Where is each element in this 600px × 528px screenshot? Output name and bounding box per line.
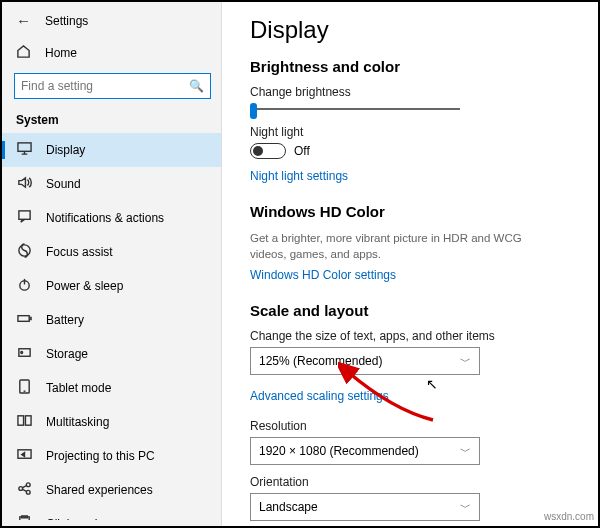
sidebar-item-label: Notifications & actions <box>46 211 164 225</box>
section-header: System <box>2 109 221 133</box>
svg-rect-0 <box>17 143 30 151</box>
svg-rect-8 <box>17 416 23 425</box>
advanced-scaling-link[interactable]: Advanced scaling settings <box>250 389 389 403</box>
sound-icon <box>16 175 32 193</box>
svg-point-11 <box>18 487 22 491</box>
resolution-dropdown-value: 1920 × 1080 (Recommended) <box>259 444 419 458</box>
home-label: Home <box>45 46 77 60</box>
sidebar-item-power-sleep[interactable]: Power & sleep <box>2 269 221 303</box>
scale-dropdown[interactable]: 125% (Recommended) ﹀ <box>250 347 480 375</box>
sidebar-item-tablet-mode[interactable]: Tablet mode <box>2 371 221 405</box>
orientation-label: Orientation <box>250 475 576 489</box>
sidebar-item-display[interactable]: Display <box>2 133 221 167</box>
resolution-dropdown[interactable]: 1920 × 1080 (Recommended) ﹀ <box>250 437 480 465</box>
sidebar: ← Settings Home 🔍 System DisplaySoundNot… <box>2 2 222 526</box>
svg-rect-9 <box>25 416 31 425</box>
nightlight-toggle[interactable] <box>250 143 286 159</box>
tablet-icon <box>16 379 32 397</box>
display-icon <box>16 141 32 159</box>
page-title: Display <box>250 16 576 44</box>
clipboard-icon <box>16 515 32 520</box>
chevron-down-icon: ﹀ <box>460 444 471 459</box>
sidebar-item-storage[interactable]: Storage <box>2 337 221 371</box>
chevron-down-icon: ﹀ <box>460 500 471 515</box>
brightness-slider[interactable] <box>250 103 460 115</box>
nightlight-label: Night light <box>250 125 576 139</box>
sidebar-item-notifications-actions[interactable]: Notifications & actions <box>2 201 221 235</box>
storage-icon <box>16 345 32 363</box>
sidebar-item-battery[interactable]: Battery <box>2 303 221 337</box>
sidebar-item-clipboard[interactable]: Clipboard <box>2 507 221 520</box>
notifications-icon <box>16 209 32 227</box>
hdcolor-heading: Windows HD Color <box>250 203 576 220</box>
brightness-heading: Brightness and color <box>250 58 576 75</box>
cursor-icon: ↖ <box>426 376 438 392</box>
sidebar-item-label: Display <box>46 143 85 157</box>
sidebar-item-multitasking[interactable]: Multitasking <box>2 405 221 439</box>
chevron-down-icon: ﹀ <box>460 354 471 369</box>
sidebar-item-label: Projecting to this PC <box>46 449 155 463</box>
svg-point-13 <box>26 490 30 494</box>
sidebar-item-label: Clipboard <box>46 517 97 520</box>
nightlight-settings-link[interactable]: Night light settings <box>250 169 348 183</box>
app-title: Settings <box>45 14 88 28</box>
sidebar-item-label: Shared experiences <box>46 483 153 497</box>
watermark: wsxdn.com <box>544 511 594 522</box>
svg-rect-4 <box>17 316 28 322</box>
sidebar-item-label: Tablet mode <box>46 381 111 395</box>
svg-point-6 <box>20 352 22 354</box>
hdcolor-settings-link[interactable]: Windows HD Color settings <box>250 268 396 282</box>
nav-list: DisplaySoundNotifications & actionsFocus… <box>2 133 221 520</box>
sidebar-item-home[interactable]: Home <box>2 37 221 69</box>
search-icon: 🔍 <box>189 79 204 93</box>
search-input[interactable]: 🔍 <box>14 73 211 99</box>
battery-icon <box>16 311 32 329</box>
projecting-icon <box>16 447 32 465</box>
sidebar-item-label: Power & sleep <box>46 279 123 293</box>
sidebar-item-focus-assist[interactable]: Focus assist <box>2 235 221 269</box>
sidebar-item-label: Multitasking <box>46 415 109 429</box>
sidebar-item-shared-experiences[interactable]: Shared experiences <box>2 473 221 507</box>
hdcolor-desc: Get a brighter, more vibrant picture in … <box>250 230 540 262</box>
main-content: Display Brightness and color Change brig… <box>222 2 598 526</box>
resolution-label: Resolution <box>250 419 576 433</box>
sidebar-item-projecting-to-this-pc[interactable]: Projecting to this PC <box>2 439 221 473</box>
nightlight-state: Off <box>294 144 310 158</box>
multitasking-icon <box>16 413 32 431</box>
focus-icon <box>16 243 32 261</box>
scale-dropdown-value: 125% (Recommended) <box>259 354 382 368</box>
sidebar-item-label: Sound <box>46 177 81 191</box>
orientation-dropdown[interactable]: Landscape ﹀ <box>250 493 480 521</box>
power-icon <box>16 277 32 295</box>
shared-icon <box>16 481 32 499</box>
sidebar-item-label: Storage <box>46 347 88 361</box>
back-button[interactable]: ← <box>16 12 31 29</box>
home-icon <box>16 44 31 62</box>
svg-rect-1 <box>18 211 29 219</box>
brightness-slider-label: Change brightness <box>250 85 576 99</box>
sidebar-item-label: Battery <box>46 313 84 327</box>
scale-heading: Scale and layout <box>250 302 576 319</box>
svg-point-12 <box>26 483 30 487</box>
sidebar-item-label: Focus assist <box>46 245 113 259</box>
orientation-dropdown-value: Landscape <box>259 500 318 514</box>
scale-size-label: Change the size of text, apps, and other… <box>250 329 576 343</box>
sidebar-item-sound[interactable]: Sound <box>2 167 221 201</box>
